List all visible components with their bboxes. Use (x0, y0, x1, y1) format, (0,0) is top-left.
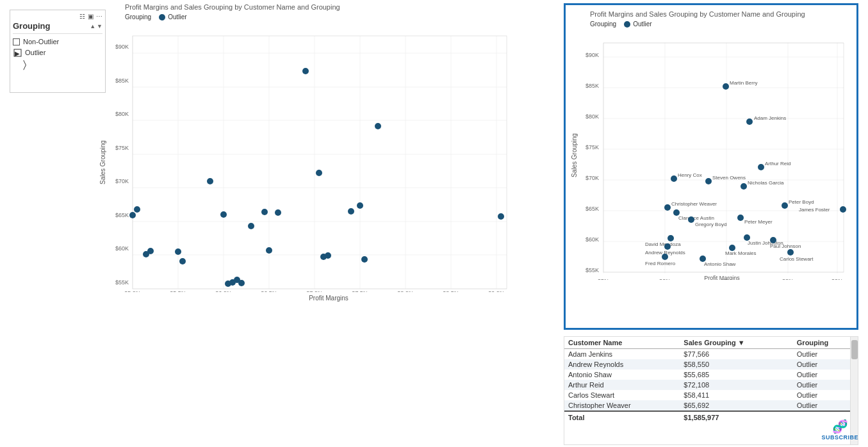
svg-text:$90K: $90K (585, 52, 599, 58)
point (325, 252, 331, 259)
cell-customer: Christopher Weaver (564, 400, 680, 411)
left-legend-outlier: Outlier (168, 13, 186, 20)
table-row[interactable]: Arthur Reid $72,108 Outlier (564, 380, 858, 390)
non-outlier-item[interactable]: Non-Outlier (13, 37, 102, 47)
right-chart: Profit Margins and Sales Grouping by Cus… (564, 3, 858, 330)
right-legend-grouping: Grouping (590, 20, 616, 28)
point (361, 256, 368, 263)
svg-text:Henry Cox: Henry Cox (678, 172, 702, 178)
point (207, 178, 213, 184)
svg-text:Mark Morales: Mark Morales (725, 250, 756, 256)
svg-point-67 (746, 118, 753, 125)
svg-text:Martin Berry: Martin Berry (730, 80, 758, 86)
svg-text:Nicholas Garcia: Nicholas Garcia (748, 180, 784, 186)
svg-text:Arthur Reid: Arthur Reid (765, 161, 790, 167)
left-x-axis-label: Profit Margins (110, 295, 548, 302)
svg-text:Profit Margins: Profit Margins (704, 275, 740, 280)
svg-rect-64 (603, 43, 844, 272)
cell-customer: Antonio Shaw (564, 370, 680, 380)
svg-text:Antonio Shaw: Antonio Shaw (704, 261, 736, 267)
cell-grouping: Outlier (793, 380, 858, 390)
cell-sales: $58,411 (680, 390, 792, 400)
table-row[interactable]: Andrew Reynolds $58,550 Outlier (564, 359, 858, 370)
svg-point-65 (723, 83, 729, 90)
svg-text:35.5%: 35.5% (170, 290, 186, 292)
cell-sales: $65,692 (680, 400, 792, 411)
cursor-icon: 〉 (23, 59, 26, 70)
svg-text:Fred Romero: Fred Romero (645, 261, 676, 266)
cell-sales: $55,685 (680, 370, 792, 380)
outlier-checkbox-icon[interactable]: ▶ (13, 48, 22, 57)
table-row[interactable]: Christopher Weaver $65,692 Outlier (564, 400, 858, 411)
data-table: Customer Name Sales Grouping ▼ Grouping … (564, 336, 858, 445)
svg-text:$85K: $85K (585, 83, 599, 89)
svg-text:Peter Boyd: Peter Boyd (789, 199, 814, 205)
svg-text:▶: ▶ (15, 50, 20, 57)
right-legend-dot (624, 21, 630, 28)
svg-point-75 (741, 183, 747, 190)
svg-point-85 (688, 216, 694, 223)
svg-text:$70K: $70K (585, 175, 599, 181)
table-row[interactable]: Antonio Shaw $55,685 Outlier (564, 370, 858, 380)
cell-customer: Adam Jenkins (564, 349, 680, 360)
right-chart-legend: Grouping Outlier (571, 20, 851, 28)
right-legend-outlier-item: Outlier (624, 20, 651, 28)
main-container: ☷ ▣ ⋯ Grouping ▲ ▼ Non-Outlier ▶ Outlier (0, 0, 868, 447)
svg-text:Adam Jenkins: Adam Jenkins (754, 115, 786, 121)
subscribe-button[interactable]: 🧬 SUBSCRIBE (821, 419, 858, 441)
svg-point-69 (758, 164, 764, 170)
point (498, 213, 504, 220)
svg-text:36.0%: 36.0% (215, 290, 232, 292)
right-scatter-svg: $55K $60K $65K $70K $75K $80K $85K $90K … (581, 30, 850, 280)
svg-point-77 (664, 204, 671, 211)
point (248, 223, 254, 229)
point (302, 68, 309, 74)
table-row[interactable]: Adam Jenkins $77,566 Outlier (564, 349, 858, 360)
svg-point-101 (662, 254, 668, 260)
svg-point-99 (787, 249, 794, 256)
point (275, 209, 281, 216)
grouping-title: Grouping (13, 21, 51, 31)
svg-point-73 (705, 178, 712, 184)
svg-text:$65K: $65K (585, 206, 599, 212)
svg-text:39%: 39% (831, 278, 843, 280)
outlier-label: Outlier (25, 49, 45, 56)
svg-point-89 (667, 235, 674, 241)
filter-panel: ☷ ▣ ⋯ Grouping ▲ ▼ Non-Outlier ▶ Outlier (10, 10, 106, 93)
cell-grouping: Outlier (793, 390, 858, 400)
dna-icon: 🧬 (832, 419, 848, 434)
col-grouping[interactable]: Grouping (793, 337, 858, 349)
sort-indicator: ▼ (738, 339, 745, 346)
non-outlier-checkbox[interactable] (13, 38, 20, 45)
expand-icon[interactable]: ▣ (88, 13, 94, 20)
arrow-up-icon[interactable]: ▲ (90, 23, 95, 29)
non-outlier-label: Non-Outlier (23, 38, 59, 45)
point (175, 248, 181, 255)
cell-grouping: Outlier (793, 349, 858, 360)
col-sales[interactable]: Sales Grouping ▼ (680, 337, 792, 349)
svg-point-95 (770, 237, 776, 243)
right-chart-svg-wrapper: $55K $60K $65K $70K $75K $80K $85K $90K … (581, 30, 851, 281)
svg-text:$75K: $75K (585, 144, 599, 150)
point (134, 206, 140, 213)
svg-text:Christopher Weaver: Christopher Weaver (671, 201, 717, 207)
table-row[interactable]: Carlos Stewart $58,411 Outlier (564, 390, 858, 400)
grid-icon[interactable]: ☷ (79, 13, 85, 20)
right-chart-inner: Profit Margins and Sales Grouping by Cus… (566, 5, 856, 328)
cell-customer: Carlos Stewart (564, 390, 680, 400)
svg-text:37.5%: 37.5% (352, 290, 368, 292)
svg-point-93 (664, 243, 671, 250)
svg-point-79 (782, 202, 788, 209)
svg-text:Paul Johnson: Paul Johnson (770, 243, 801, 249)
col-customer[interactable]: Customer Name (564, 337, 680, 349)
left-scatter-wrapper: Sales Grouping $55K $60K $65K $70K $75K (99, 23, 548, 302)
svg-text:Carlos Stewart: Carlos Stewart (780, 256, 814, 262)
scrollbar-thumb[interactable] (851, 340, 858, 359)
svg-text:38.0%: 38.0% (397, 290, 414, 292)
outlier-item[interactable]: ▶ Outlier (13, 47, 102, 58)
point (266, 247, 272, 254)
svg-text:36%: 36% (659, 278, 671, 280)
cell-grouping: Outlier (793, 359, 858, 370)
left-chart-legend: Grouping Outlier (99, 13, 548, 20)
svg-text:39.0%: 39.0% (488, 290, 505, 292)
